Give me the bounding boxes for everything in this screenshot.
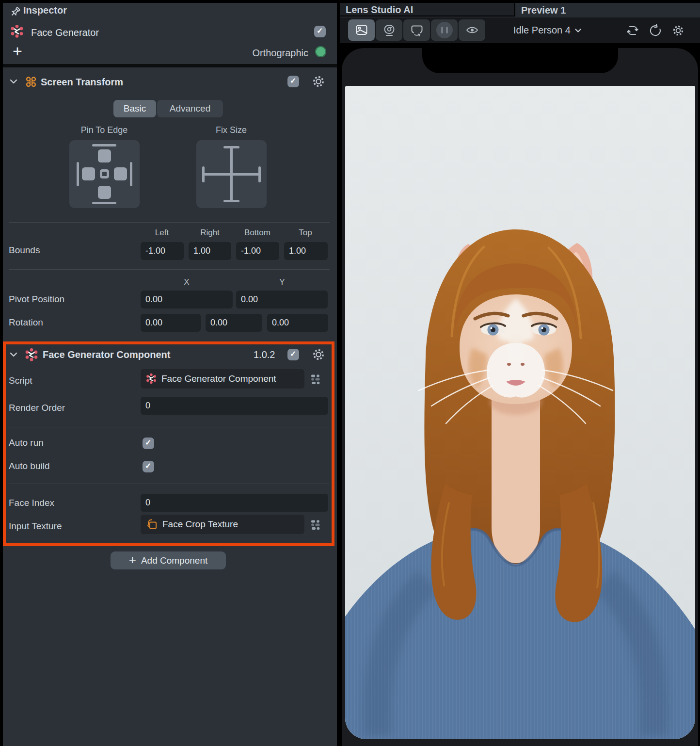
preview-toolbar: Idle Person 4 (340, 17, 700, 43)
fix-left-cap (202, 166, 205, 182)
tab-preview-1[interactable]: Preview 1 (521, 3, 566, 17)
chevron-down-icon (574, 28, 582, 33)
tab-advanced[interactable]: Advanced (157, 100, 223, 117)
orthographic-label: Orthographic (3, 47, 308, 59)
eye-icon (465, 24, 479, 36)
divider (9, 427, 330, 427)
entity-enabled-checkbox[interactable] (314, 26, 326, 37)
auto-run-label: Auto run (9, 437, 44, 449)
media-source-button[interactable] (348, 19, 375, 41)
bounds-right-field[interactable]: 1.00 (189, 242, 231, 260)
render-order-label: Render Order (9, 402, 65, 414)
bounds-col-right: Right (200, 228, 220, 238)
camera-feed[interactable] (345, 86, 695, 739)
webcam-button[interactable] (376, 19, 402, 41)
pin-right-button[interactable] (114, 167, 127, 180)
input-texture-connections-icon[interactable] (310, 519, 323, 531)
person-select-value: Idle Person 4 (513, 25, 571, 36)
bounds-label: Bounds (9, 244, 40, 257)
preview-viewport[interactable] (340, 43, 700, 746)
face-index-label: Face Index (9, 497, 54, 509)
pin-center-button[interactable] (100, 169, 109, 178)
face-crop-texture-icon (145, 518, 158, 531)
component-enabled-checkbox[interactable] (287, 349, 299, 360)
snapshot-view-button[interactable] (459, 19, 485, 41)
pause-circle (436, 22, 453, 38)
divider (9, 269, 330, 270)
pin-top-edge (92, 144, 116, 146)
flip-camera-button[interactable] (626, 24, 639, 37)
input-texture-button[interactable]: Face Crop Texture (141, 515, 304, 534)
tab-basic[interactable]: Basic (113, 100, 156, 117)
screen-transform-enabled-checkbox[interactable] (287, 76, 299, 87)
bounds-bottom-field[interactable]: -1.00 (236, 242, 279, 260)
pin-to-edge-widget[interactable] (69, 140, 140, 208)
bounds-col-left: Left (155, 228, 169, 238)
pivot-x-field[interactable]: 0.00 (141, 291, 233, 308)
fix-top-cap (223, 146, 239, 148)
bounds-col-bottom: Bottom (244, 228, 270, 238)
script-connections-icon[interactable] (310, 373, 323, 386)
render-order-field[interactable]: 0 (141, 397, 328, 415)
add-component-button[interactable]: + Add Component (111, 551, 226, 569)
divider (9, 484, 330, 484)
collapse-chevron-icon[interactable] (9, 78, 18, 85)
auto-run-checkbox[interactable] (143, 438, 154, 449)
flip-camera-icon (626, 24, 639, 37)
add-component-label: Add Component (141, 555, 207, 566)
divider (9, 222, 330, 223)
pivot-label: Pivot Position (9, 293, 64, 306)
bounds-col-top: Top (299, 228, 312, 238)
preview-settings-button[interactable] (671, 24, 685, 37)
script-object-icon (145, 373, 157, 385)
script-object-button[interactable]: Face Generator Component (141, 369, 304, 389)
pause-button[interactable] (431, 19, 458, 41)
pivot-y-field[interactable]: 0.00 (236, 291, 328, 308)
orthographic-indicator[interactable] (315, 46, 326, 57)
rotate-3d-button[interactable] (403, 19, 430, 41)
panel-title: Inspector (23, 5, 67, 16)
auto-build-label: Auto build (9, 460, 50, 472)
entity-name: Face Generator (31, 26, 99, 39)
pin-bottom-edge (92, 202, 116, 204)
fix-size-widget[interactable] (196, 140, 267, 208)
webcam-icon (382, 24, 396, 37)
rotation-y-field[interactable]: 0.00 (206, 314, 262, 332)
phone-notch (422, 48, 618, 73)
rotation-label: Rotation (9, 316, 43, 329)
preview-panel: Lens Studio AI Preview 1 (340, 3, 700, 746)
pivot-col-x: X (184, 277, 189, 287)
fix-right-cap (258, 166, 261, 182)
fix-horizontal-bar[interactable] (202, 173, 261, 176)
screen-transform-gear-icon[interactable] (311, 74, 326, 89)
screen-transform-icon (24, 75, 38, 89)
bounds-top-field[interactable]: 1.00 (284, 242, 328, 260)
settings-gear-icon (671, 24, 685, 37)
bounds-left-field[interactable]: -1.00 (141, 242, 184, 260)
auto-build-checkbox[interactable] (143, 461, 154, 472)
fix-size-label: Fix Size (216, 125, 247, 135)
pin-left-button[interactable] (82, 167, 95, 180)
restart-icon (649, 24, 662, 37)
restart-button[interactable] (649, 24, 662, 37)
script-object-name: Face Generator Component (161, 373, 276, 384)
component-title: Face Generator Component (43, 348, 170, 361)
rotation-z-field[interactable]: 0.00 (267, 314, 328, 332)
pivot-col-y: Y (279, 277, 285, 287)
person-select[interactable]: Idle Person 4 (513, 17, 582, 43)
face-index-field[interactable]: 0 (141, 494, 328, 512)
rotation-x-field[interactable]: 0.00 (141, 314, 201, 332)
component-collapse-chevron-icon[interactable] (9, 351, 18, 358)
media-source-icon (355, 24, 368, 36)
pin-icon[interactable] (9, 6, 21, 18)
preview-tabbar: Lens Studio AI Preview 1 (340, 3, 700, 17)
pin-bottom-button[interactable] (98, 186, 111, 199)
rotate-3d-icon (410, 24, 424, 37)
pin-top-button[interactable] (98, 149, 111, 162)
script-label: Script (9, 374, 32, 387)
phone-frame (342, 48, 698, 746)
component-gear-icon[interactable] (311, 347, 326, 362)
component-version: 1.0.2 (254, 348, 275, 361)
tab-lens-studio-ai[interactable]: Lens Studio AI (340, 3, 515, 16)
input-texture-label: Input Texture (9, 520, 62, 533)
